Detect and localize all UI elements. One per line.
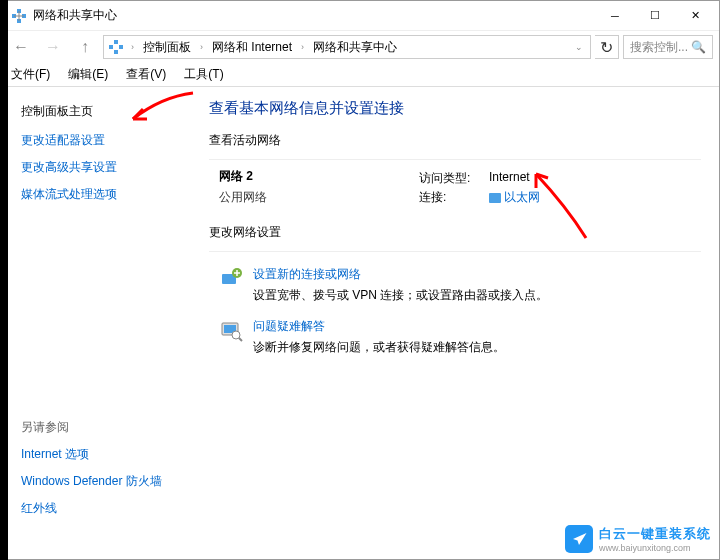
- sidebar-link-adapter[interactable]: 更改适配器设置: [21, 132, 191, 149]
- breadcrumb[interactable]: › 控制面板 › 网络和 Internet › 网络和共享中心 ⌄: [103, 35, 591, 59]
- sidebar-link-media[interactable]: 媒体流式处理选项: [21, 186, 191, 203]
- back-button[interactable]: ←: [7, 35, 35, 59]
- up-button[interactable]: ↑: [71, 35, 99, 59]
- close-button[interactable]: ✕: [675, 1, 715, 31]
- seealso-infrared[interactable]: 红外线: [21, 500, 162, 517]
- access-type-value: Internet: [489, 170, 530, 187]
- title-bar: 网络和共享中心 ─ ☐ ✕: [1, 1, 719, 31]
- watermark-url: www.baiyunxitong.com: [599, 543, 711, 553]
- see-also-label: 另请参阅: [21, 419, 162, 436]
- chevron-right-icon: ›: [298, 42, 307, 52]
- sidebar-link-sharing[interactable]: 更改高级共享设置: [21, 159, 191, 176]
- svg-rect-6: [114, 40, 118, 44]
- sidebar-home[interactable]: 控制面板主页: [21, 103, 191, 120]
- action-new-connection: 设置新的连接或网络 设置宽带、拨号或 VPN 连接；或设置路由器或接入点。: [219, 266, 701, 304]
- svg-rect-5: [119, 45, 123, 49]
- watermark-logo: [565, 525, 593, 553]
- breadcrumb-item[interactable]: 网络和共享中心: [309, 37, 401, 58]
- search-input[interactable]: 搜索控制... 🔍: [623, 35, 713, 59]
- action-troubleshoot: 问题疑难解答 诊断并修复网络问题，或者获得疑难解答信息。: [219, 318, 701, 356]
- access-type-label: 访问类型:: [419, 170, 489, 187]
- search-icon: 🔍: [691, 40, 706, 54]
- menu-tools[interactable]: 工具(T): [184, 66, 223, 83]
- action-desc: 设置宽带、拨号或 VPN 连接；或设置路由器或接入点。: [253, 287, 548, 304]
- location-icon: [108, 39, 124, 55]
- address-bar: ← → ↑ › 控制面板 › 网络和 Internet › 网络和共享中心 ⌄ …: [1, 31, 719, 63]
- svg-rect-4: [109, 45, 113, 49]
- action-title[interactable]: 设置新的连接或网络: [253, 266, 548, 283]
- seealso-internet-options[interactable]: Internet 选项: [21, 446, 162, 463]
- ethernet-icon: [489, 193, 501, 203]
- window-title: 网络和共享中心: [33, 7, 595, 24]
- refresh-button[interactable]: ↻: [595, 35, 619, 59]
- menu-bar: 文件(F) 编辑(E) 查看(V) 工具(T): [1, 63, 719, 87]
- page-heading: 查看基本网络信息并设置连接: [209, 99, 701, 118]
- sidebar: 控制面板主页 更改适配器设置 更改高级共享设置 媒体流式处理选项 另请参阅 In…: [1, 87, 191, 559]
- network-row: 网络 2 公用网络 访问类型: Internet 连接: 以太网: [219, 168, 701, 208]
- search-placeholder: 搜索控制...: [630, 39, 688, 56]
- network-name: 网络 2: [219, 168, 419, 185]
- menu-file[interactable]: 文件(F): [11, 66, 50, 83]
- forward-button[interactable]: →: [39, 35, 67, 59]
- maximize-button[interactable]: ☐: [635, 1, 675, 31]
- breadcrumb-item[interactable]: 网络和 Internet: [208, 37, 296, 58]
- chevron-right-icon: ›: [128, 42, 137, 52]
- active-networks-label: 查看活动网络: [209, 132, 701, 149]
- network-type: 公用网络: [219, 189, 419, 206]
- troubleshoot-icon: [219, 318, 243, 342]
- seealso-defender[interactable]: Windows Defender 防火墙: [21, 473, 162, 490]
- breadcrumb-item[interactable]: 控制面板: [139, 37, 195, 58]
- action-desc: 诊断并修复网络问题，或者获得疑难解答信息。: [253, 339, 505, 356]
- main-panel: 查看基本网络信息并设置连接 查看活动网络 网络 2 公用网络 访问类型: Int…: [191, 87, 719, 559]
- minimize-button[interactable]: ─: [595, 1, 635, 31]
- app-icon: [11, 8, 27, 24]
- action-title[interactable]: 问题疑难解答: [253, 318, 505, 335]
- new-connection-icon: [219, 266, 243, 290]
- menu-edit[interactable]: 编辑(E): [68, 66, 108, 83]
- watermark-text: 白云一键重装系统: [599, 525, 711, 543]
- connection-label: 连接:: [419, 189, 489, 206]
- chevron-right-icon: ›: [197, 42, 206, 52]
- menu-view[interactable]: 查看(V): [126, 66, 166, 83]
- svg-rect-7: [114, 50, 118, 54]
- svg-point-12: [232, 331, 240, 339]
- watermark: 白云一键重装系统 www.baiyunxitong.com: [565, 525, 711, 553]
- change-settings-label: 更改网络设置: [209, 224, 701, 241]
- connection-link[interactable]: 以太网: [489, 189, 540, 206]
- chevron-down-icon[interactable]: ⌄: [572, 42, 586, 52]
- see-also: 另请参阅 Internet 选项 Windows Defender 防火墙 红外…: [21, 419, 162, 527]
